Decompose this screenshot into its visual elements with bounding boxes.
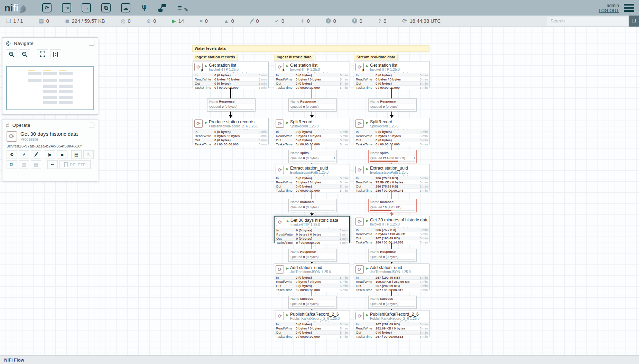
status-transmitting-remote-groups-value: 0 xyxy=(128,18,131,24)
processor-icon: ⟳ xyxy=(194,119,203,128)
stat-window: 5 min xyxy=(340,184,348,188)
stat-value: 0 bytes / 0 bytes xyxy=(296,326,340,330)
stat-label: Tasks/Time xyxy=(356,335,376,338)
disabled-lightning-icon: ⚡ xyxy=(250,18,254,23)
template-icon[interactable] xyxy=(158,3,167,12)
zoom-in-button[interactable] xyxy=(6,49,17,59)
minimap-block xyxy=(43,85,57,88)
processor-add-station-uuid[interactable]: ⟳▶Add station_uuidJoltTransformJSON 1.25… xyxy=(274,264,350,290)
disable-button[interactable]: ⚡ xyxy=(31,150,41,159)
connection-label-success[interactable]: Name successQueued 0 (0 bytes) xyxy=(368,296,417,309)
stat-value: 0 / 00:00:00.000 xyxy=(296,288,340,292)
stat-window: 5 min xyxy=(259,130,267,134)
zoom-out-button[interactable] xyxy=(19,49,30,59)
remote-process-group-icon[interactable]: ☁ xyxy=(121,3,130,12)
processor-add-station-uuid[interactable]: ⟳▶Add station_uuidJoltTransformJSON 1.25… xyxy=(354,264,430,290)
processor-extract-station-uuid[interactable]: ⟳▶Extract station_uuidEvaluateJsonPath 1… xyxy=(354,164,430,191)
processor-icon[interactable]: ⟳ xyxy=(42,3,52,12)
stat-label: Read/Write xyxy=(276,77,296,81)
stat-row: Out267 (282.69 KB)5 min xyxy=(354,284,429,288)
logout-link[interactable]: LOG OUT xyxy=(599,8,619,13)
processor-name: PublishKafkaRecord_2_6 xyxy=(370,312,419,317)
search-panel-button[interactable]: ❒ xyxy=(629,16,639,27)
stat-value: 0 bytes / 0 bytes xyxy=(376,134,420,138)
connection-arrowhead xyxy=(229,115,232,118)
processor-name: Get station list xyxy=(209,63,252,68)
stat-label: Read/Write xyxy=(276,180,296,184)
processor-name: Add station_uuid xyxy=(290,266,333,270)
stat-value: 0 / 00:00:00.000 xyxy=(214,142,259,146)
stat-label: Read/Write xyxy=(356,134,376,138)
breadcrumb-nifi-flow[interactable]: NiFi Flow xyxy=(4,357,24,363)
global-menu-icon[interactable] xyxy=(624,4,634,12)
minimap-block xyxy=(43,79,57,82)
save-template-button[interactable]: ▤ xyxy=(71,150,82,159)
load-balance-icon: ◑ xyxy=(413,156,415,160)
connection-label-response[interactable]: Name ResponseQueued 0 (0 bytes) xyxy=(288,249,337,262)
connection-label-response[interactable]: Name ResponseQueued 0 (0 bytes) xyxy=(368,98,417,112)
stat-window: 5 min xyxy=(340,176,348,180)
stat-label: Tasks/Time xyxy=(356,240,376,244)
label-ingest-station-records[interactable]: Ingest station records xyxy=(193,54,238,60)
stat-label: Out xyxy=(356,236,376,240)
start-button[interactable]: ▶ xyxy=(45,150,55,159)
enable-button[interactable]: ⚡ xyxy=(19,150,29,159)
label-icon[interactable]: ≡✎ xyxy=(177,3,187,12)
search-input[interactable] xyxy=(547,17,629,26)
stat-value: 0 bytes / 0 bytes xyxy=(296,180,340,184)
connection-label-splits[interactable]: Name splitsQueued 214 (56.97 KB)◑ xyxy=(368,150,417,163)
fill-color-button[interactable]: ✒ xyxy=(47,160,58,169)
funnel-icon[interactable]: ⋔ xyxy=(141,3,148,12)
primary-node-badge: P xyxy=(362,69,364,72)
processor-splitrecord[interactable]: ⟳▶SplitRecordSplitRecord 1.25.0org.apach… xyxy=(354,118,430,145)
zoom-fit-button[interactable] xyxy=(37,49,48,59)
connection-queued-row: Queued 0 (0 bytes) xyxy=(289,204,336,209)
connection-label-response[interactable]: Name ResponseQueued 0 (0 bytes) xyxy=(288,98,337,112)
label-water-levels-data[interactable]: Water levels data xyxy=(192,45,429,52)
processor-icon: ⟳ xyxy=(276,218,284,226)
refresh-icon[interactable]: ⟳ xyxy=(402,18,407,24)
output-port-icon[interactable]: → xyxy=(82,3,91,12)
connection-name-row: Name Response xyxy=(289,99,336,104)
status-sync-failure-value: 0 xyxy=(383,18,386,24)
processor-publishkafkarecord-2-6[interactable]: ⟳▶PublishKafkaRecord_2_6PublishKafkaReco… xyxy=(274,310,350,337)
operate-collapse-button[interactable]: − xyxy=(89,123,94,127)
processor-publishkafkarecord-2-6[interactable]: ⟳▶PublishKafkaRecord_2_6PublishKafkaReco… xyxy=(354,310,430,337)
processor-get-station-list[interactable]: ⟳P▶Get station listInvokeHTTP 1.25.0org.… xyxy=(354,61,430,88)
stat-row: Read/Write0 bytes / 0 bytes5 min xyxy=(354,77,429,81)
processor-get-station-list[interactable]: ⟳P▶Get station listInvokeHTTP 1.25.0org.… xyxy=(193,61,269,88)
processor-extract-station-uuid[interactable]: ⟳▶Extract station_uuidEvaluateJsonPath 1… xyxy=(274,164,350,191)
label-stream-real-time-data[interactable]: Stream real-time data xyxy=(354,54,398,60)
label-ingest-historic-data[interactable]: Ingest historic data xyxy=(274,54,314,60)
connection-label-response[interactable]: Name ResponseQueued 0 (0 bytes) xyxy=(368,249,417,262)
connection-label-success[interactable]: Name successQueued 0 (0 bytes) xyxy=(288,296,337,309)
stat-window: 5 min xyxy=(259,138,267,142)
fit-icon xyxy=(40,51,45,57)
connection-name-row: Name Response xyxy=(289,249,336,254)
copy-button[interactable]: ⧉ xyxy=(7,160,17,169)
connection-label-matched[interactable]: Name matchedQueued 0 (0 bytes) xyxy=(288,199,337,212)
processor-stats: In0 (0 bytes)5 minRead/Write0 bytes / 0 … xyxy=(274,275,350,290)
stat-value: 0 bytes / 0 bytes xyxy=(214,77,259,81)
birdseye-minimap[interactable] xyxy=(6,66,94,110)
processor-get-station-list[interactable]: ⟳P▶Get station listInvokeHTTP 1.25.0org.… xyxy=(274,61,350,88)
navigate-collapse-button[interactable]: − xyxy=(89,41,94,46)
process-group-icon[interactable]: ⧉ xyxy=(101,3,111,12)
stop-button[interactable]: ■ xyxy=(57,150,67,159)
exclamation-circle-icon: ! xyxy=(352,18,357,23)
connection-label-response[interactable]: Name ResponseQueued 0 (0 bytes) xyxy=(207,98,256,112)
input-port-icon[interactable]: ⇥ xyxy=(62,3,71,12)
connection-label-splits[interactable]: Name splitsQueued 0 (0 bytes)◑ xyxy=(288,150,337,163)
connection-label-matched[interactable]: Name matchedQueued 10 (2.61 KB) xyxy=(368,199,417,212)
stat-window: 5 min xyxy=(420,180,428,184)
status-items: ❏1 / 1▦0≣224 / 59.57 KB◎0⊘0▶14■0▲0⚡0✔0✳0… xyxy=(6,18,402,24)
configure-button[interactable]: ⚙ xyxy=(7,150,17,159)
processor-splitrecord[interactable]: ⟳▶SplitRecordSplitRecord 1.25.0org.apach… xyxy=(274,118,350,145)
status-transmitting-remote-groups: ◎0 xyxy=(121,18,130,24)
zoom-actual-button[interactable] xyxy=(50,49,61,59)
processor-produce-station-records[interactable]: ⟳▶Produce station recordsPublishKafkaRec… xyxy=(193,118,269,145)
processor-stats: In0 (0 bytes)5 minRead/Write0 bytes / 0 … xyxy=(274,73,350,88)
stat-label: Out xyxy=(276,138,296,142)
processor-get-30-days-historic-data[interactable]: ⟳▶Get 30 days historic dataInvokeHTTP 1.… xyxy=(274,216,350,243)
processor-get-30-minutes-of-historic-data[interactable]: ⟳▶Get 30 minutes of historic dataInvokeH… xyxy=(354,216,430,243)
